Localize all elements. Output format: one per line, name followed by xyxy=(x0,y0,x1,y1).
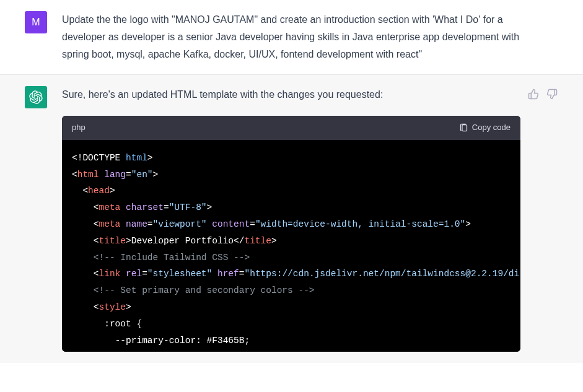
assistant-message-text: Sure, here's an updated HTML template wi… xyxy=(62,86,520,103)
openai-logo-icon xyxy=(29,90,43,104)
svg-rect-0 xyxy=(462,124,467,131)
thumbs-up-button[interactable] xyxy=(528,89,541,102)
thumbs-up-icon xyxy=(528,89,539,100)
copy-code-button[interactable]: Copy code xyxy=(459,121,511,135)
user-message-row: M Update the the logo with "MANOJ GAUTAM… xyxy=(0,0,583,75)
user-message-text: Update the the logo with "MANOJ GAUTAM" … xyxy=(62,11,520,63)
thumbs-down-button[interactable] xyxy=(546,89,560,102)
thumbs-down-icon xyxy=(546,89,558,100)
message-actions xyxy=(528,86,560,352)
code-language-label: php xyxy=(72,121,85,135)
user-avatar-letter: M xyxy=(32,17,40,28)
assistant-avatar xyxy=(25,86,47,108)
clipboard-icon xyxy=(459,123,468,133)
code-header: php Copy code xyxy=(62,116,520,140)
assistant-message-row: Sure, here's an updated HTML template wi… xyxy=(0,75,583,363)
code-body[interactable]: <!DOCTYPE html> <html lang="en"> <head> … xyxy=(62,140,520,352)
code-block: php Copy code <!DOCTYPE html> <html lang… xyxy=(62,116,520,352)
copy-code-label: Copy code xyxy=(472,121,511,135)
user-avatar: M xyxy=(25,11,47,33)
assistant-content: Sure, here's an updated HTML template wi… xyxy=(62,86,520,352)
